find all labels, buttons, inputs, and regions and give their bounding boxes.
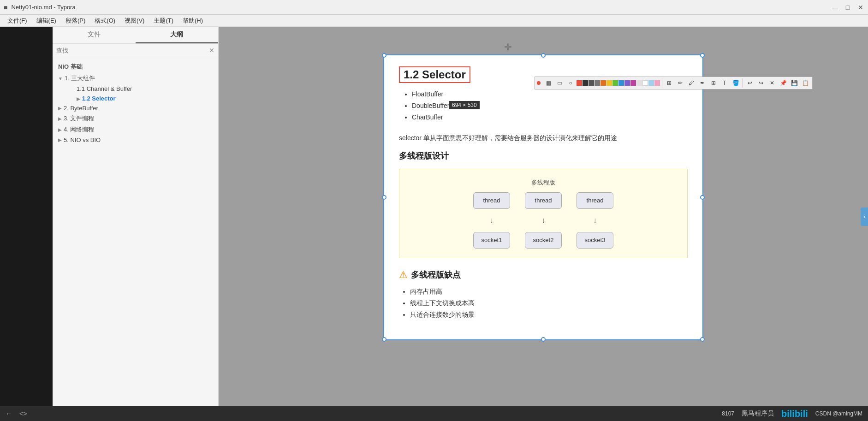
dimension-badge: 694 × 530 bbox=[449, 101, 480, 109]
diagram-container: 多线程版 thread thread thread ↓ ↓ ↓ bbox=[399, 169, 688, 258]
menu-item-e[interactable]: 编辑(E) bbox=[33, 16, 60, 26]
handle-bot-mid[interactable] bbox=[541, 337, 546, 342]
tab-file[interactable]: 文件 bbox=[53, 27, 136, 43]
handle-bot-right[interactable] bbox=[700, 337, 705, 342]
maximize-button[interactable]: □ bbox=[844, 4, 851, 11]
menu-item-f[interactable]: 文件(F) bbox=[4, 16, 31, 26]
toolbar-dot bbox=[537, 81, 541, 85]
sidebar-item-file-programming[interactable]: ▶ 3. 文件编程 bbox=[53, 113, 218, 124]
color-lightblue[interactable] bbox=[648, 80, 654, 86]
title-bar-controls: — □ ✕ bbox=[831, 4, 864, 11]
list-item: FloatBuffer bbox=[412, 89, 688, 100]
bottom-right: 8107 黑马程序员 bilibili CSDN @amingMM bbox=[722, 409, 862, 419]
sidebar-item-selector[interactable]: ▶ 1.2 Selector bbox=[53, 94, 218, 103]
color-red[interactable] bbox=[577, 80, 582, 86]
rect-tool[interactable]: ▭ bbox=[554, 78, 565, 88]
bullet-list: 内存占用高 线程上下文切换成本高 只适合连接数少的场景 bbox=[399, 286, 688, 321]
list-item: CharBuffer bbox=[412, 112, 688, 123]
content-area: ▦ ▭ ○ ⊞ ✏ bbox=[219, 27, 868, 406]
handle-top-left[interactable] bbox=[382, 53, 386, 58]
pen-tool[interactable]: ✏ bbox=[675, 78, 685, 88]
close-button[interactable]: ✕ bbox=[857, 4, 864, 11]
csdn-text: CSDN @amingMM bbox=[815, 410, 862, 417]
sidebar-item-channel-buffer[interactable]: 1.1 Channel & Buffer bbox=[53, 84, 218, 94]
color-green[interactable] bbox=[612, 80, 618, 86]
menu-item-t[interactable]: 主题(T) bbox=[150, 16, 177, 26]
highlight-tool[interactable]: 🖊 bbox=[686, 78, 696, 88]
color-blue[interactable] bbox=[618, 80, 624, 86]
color-gray[interactable] bbox=[595, 80, 600, 86]
draw-tool[interactable]: ✒ bbox=[697, 78, 707, 88]
tab-outline[interactable]: 大纲 bbox=[136, 27, 219, 43]
window-title: Netty01-nio.md - Typora bbox=[11, 4, 75, 11]
copy-tool[interactable]: 📋 bbox=[800, 78, 810, 88]
sidebar-item-nio-vs-bio[interactable]: ▶ 5. NIO vs BIO bbox=[53, 135, 218, 145]
menu-item-o[interactable]: 格式(O) bbox=[91, 16, 119, 26]
minimize-button[interactable]: — bbox=[831, 4, 838, 11]
warning-icon: ⚠ bbox=[399, 269, 407, 280]
nav-back[interactable]: ← bbox=[6, 410, 12, 417]
warning-title: ⚠ 多线程版缺点 bbox=[399, 269, 688, 280]
bilibili-logo: bilibili bbox=[781, 409, 808, 419]
arrow-3: ↓ bbox=[577, 216, 613, 225]
list-item: 线程上下文切换成本高 bbox=[410, 297, 688, 309]
undo-button[interactable]: ↩ bbox=[745, 78, 755, 88]
thread-box-3: thread bbox=[577, 192, 613, 209]
fill-tool[interactable]: 🪣 bbox=[731, 78, 741, 88]
color-palette bbox=[577, 80, 660, 86]
title-bar-left: ■ Netty01-nio.md - Typora bbox=[4, 4, 76, 11]
color-white[interactable] bbox=[642, 80, 648, 86]
color-pink[interactable] bbox=[630, 80, 636, 86]
move-icon[interactable]: ✛ bbox=[504, 42, 512, 53]
handle-mid-left[interactable] bbox=[382, 195, 386, 200]
arrow-1: ↓ bbox=[473, 216, 510, 225]
arrow-row: ↓ ↓ ↓ bbox=[473, 216, 613, 225]
search-input[interactable] bbox=[56, 47, 209, 54]
hatching-tool[interactable]: ▦ bbox=[543, 78, 553, 88]
tree-section-label: NIO 基础 bbox=[53, 61, 218, 73]
search-bar: ✕ bbox=[53, 44, 218, 57]
close-icon[interactable]: ✕ bbox=[209, 47, 214, 54]
sidebar-item-label: 3. 文件编程 bbox=[64, 114, 94, 123]
separator bbox=[662, 78, 662, 88]
description-text: selector 单从字面意思不好理解，需要结合服务器的设计演化来理解它的用途 bbox=[399, 133, 688, 143]
sidebar-item-bytebuffer[interactable]: ▶ 2. ByteBuffer bbox=[53, 103, 218, 113]
handle-mid-right[interactable] bbox=[700, 195, 705, 200]
ellipse-tool[interactable]: ○ bbox=[565, 78, 576, 88]
handle-top-right[interactable] bbox=[700, 53, 705, 58]
chevron-right-icon: ▶ bbox=[77, 96, 80, 101]
sidebar-item-network-programming[interactable]: ▶ 4. 网络编程 bbox=[53, 124, 218, 135]
color-purple[interactable] bbox=[624, 80, 630, 86]
handle-top-mid[interactable] bbox=[541, 53, 546, 58]
color-black[interactable] bbox=[583, 80, 588, 86]
list-item: 只适合连接数少的场景 bbox=[410, 309, 688, 320]
menu-item-v[interactable]: 视图(V) bbox=[121, 16, 148, 26]
document-wrapper: ✛ 1.2 Selector FloatBuffer DoubleBuffer … bbox=[383, 54, 703, 340]
chevron-right-icon: ▶ bbox=[58, 116, 62, 121]
menu-item-p[interactable]: 段落(P) bbox=[62, 16, 89, 26]
color-orange[interactable] bbox=[600, 80, 606, 86]
title-bar: ■ Netty01-nio.md - Typora — □ ✕ bbox=[0, 0, 868, 15]
right-tab[interactable]: › bbox=[861, 208, 868, 226]
brand-text: 黑马程序员 bbox=[742, 409, 774, 418]
menu-item-h[interactable]: 帮助(H) bbox=[179, 16, 207, 26]
redo-button[interactable]: ↪ bbox=[756, 78, 766, 88]
warning-section: ⚠ 多线程版缺点 内存占用高 线程上下文切换成本高 只适合连接数少的场景 bbox=[399, 269, 688, 321]
close-tool[interactable]: ✕ bbox=[767, 78, 777, 88]
color-lightgray[interactable] bbox=[636, 80, 642, 86]
thread-box-1: thread bbox=[473, 192, 510, 209]
grid-tool[interactable]: ⊞ bbox=[708, 78, 719, 88]
nav-code[interactable]: <> bbox=[19, 410, 27, 417]
pin-tool[interactable]: 📌 bbox=[778, 78, 788, 88]
handle-bot-left[interactable] bbox=[382, 337, 386, 342]
socket-box-1: socket1 bbox=[473, 232, 510, 249]
save-tool[interactable]: 💾 bbox=[789, 78, 799, 88]
color-darkgray[interactable] bbox=[589, 80, 594, 86]
sidebar-item-three-components[interactable]: ▼ 1. 三大组件 bbox=[53, 73, 218, 84]
screenshot-tool[interactable]: ⊞ bbox=[664, 78, 674, 88]
text-tool[interactable]: T bbox=[719, 78, 730, 88]
chevron-right-icon: ▶ bbox=[58, 127, 62, 132]
arrow-2: ↓ bbox=[525, 216, 562, 225]
color-lightpink[interactable] bbox=[654, 80, 660, 86]
color-yellow[interactable] bbox=[606, 80, 612, 86]
